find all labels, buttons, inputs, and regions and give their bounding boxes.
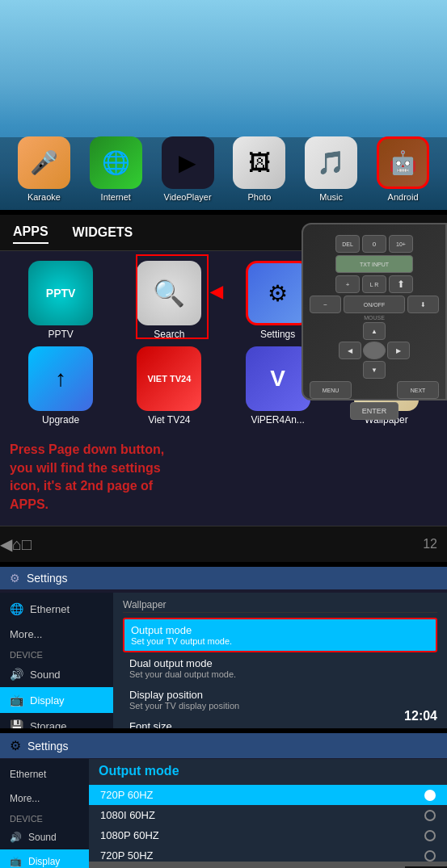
settings-app-icon: ⚙ <box>246 261 310 325</box>
back-icon[interactable]: ◀ <box>0 535 12 554</box>
list-item[interactable]: ↑ Upgrade <box>10 346 112 426</box>
output-title-bar: Output mode <box>89 759 447 783</box>
ethernet-icon: 🌐 <box>10 602 23 615</box>
upgrade-icon: ↑ <box>28 346 93 411</box>
app-label: ViPER4An... <box>251 414 304 426</box>
remote-key-lr: L R <box>362 275 386 293</box>
display-icon: 📺 <box>10 694 23 707</box>
remote-key-next: NEXT <box>397 381 439 399</box>
sidebar-item-storage[interactable]: 💾 Storage <box>0 713 113 728</box>
remote-keys: DEL 0 10+ TXT INPUT + L R ⬆ <box>335 235 413 293</box>
radio-720p-60hz <box>424 790 436 801</box>
option-720p-60hz[interactable]: 720P 60HZ <box>89 785 447 805</box>
remote-dpad-empty4 <box>387 361 410 379</box>
settings-gear-icon2: ⚙ <box>10 738 21 753</box>
remote-key-enter: ENTER <box>350 402 399 420</box>
settings-section: ⚙ Settings 🌐 Ethernet More... DEVICE 🔊 S… <box>0 567 447 728</box>
device-section-label: DEVICE <box>0 647 113 661</box>
remote-key-10: 10+ <box>389 235 413 253</box>
sidebar-label: Storage <box>30 720 67 729</box>
remote-dpad-empty <box>339 322 361 340</box>
sound-icon2: 🔊 <box>10 832 22 843</box>
app-label: VideoPlayer <box>164 192 212 202</box>
remote-key-onoff: ON/OFF <box>344 296 405 313</box>
option-sub: Set your dual output mode. <box>129 669 431 679</box>
remote-dpad-empty2 <box>387 322 410 340</box>
settings-sidebar: 🌐 Ethernet More... DEVICE 🔊 Sound 📺 Disp… <box>0 593 113 728</box>
display-icon2: 📺 <box>10 856 22 867</box>
option-title: Font size <box>129 720 431 728</box>
sidebar-label: More... <box>10 628 42 640</box>
page-number: 12 <box>423 537 447 551</box>
remote-dpad-empty3 <box>339 361 361 379</box>
app-label: Viet TV24 <box>148 414 190 426</box>
list-item[interactable]: VIET TV24 Viet TV24 <box>118 346 220 426</box>
option-1080p-60hz[interactable]: 1080P 60HZ <box>89 825 447 845</box>
sidebar-item-more2[interactable]: More... <box>0 786 89 811</box>
dual-output-option[interactable]: Dual output mode Set your dual output mo… <box>123 652 437 684</box>
settings-title2: Settings <box>27 740 69 753</box>
tab-widgets[interactable]: WIDGETS <box>73 222 133 243</box>
wallpaper-section-title: Wallpaper <box>123 599 437 613</box>
remote-key-empty <box>354 381 394 399</box>
list-item[interactable]: PPTV PPTV <box>10 261 112 340</box>
videoplayer-icon: ▶ <box>162 136 214 189</box>
list-item[interactable]: 🖼 Photo <box>233 136 285 202</box>
remote-dpad-up: ▲ <box>363 322 386 340</box>
app-label: Search <box>154 329 184 340</box>
sidebar-item-sound[interactable]: 🔊 Sound <box>0 661 113 687</box>
list-item[interactable]: 🤖 Android <box>377 136 429 202</box>
remote-control: DEL 0 10+ TXT INPUT + L R ⬆ − ON/OFF ⬇ M… <box>302 223 447 400</box>
display-position-option[interactable]: Display position Set your TV display pos… <box>123 684 437 715</box>
cancel-bar: Cancel <box>89 862 447 868</box>
sidebar-item-more[interactable]: More... <box>0 622 113 647</box>
sound-icon: 🔊 <box>10 668 23 681</box>
list-item[interactable]: ▶ VideoPlayer <box>162 136 214 202</box>
settings-title: Settings <box>27 572 68 585</box>
list-item[interactable]: 🌐 Internet <box>90 136 142 202</box>
clock-display: 12:04 <box>404 709 437 723</box>
list-item[interactable]: 🎤 Karaoke <box>18 136 70 202</box>
android-icon: 🤖 <box>377 136 429 189</box>
tab-apps[interactable]: APPS <box>13 221 48 244</box>
output-main-panel: Output mode 720P 60HZ 1080I 60HZ 1080P 6… <box>89 759 447 868</box>
internet-icon: 🌐 <box>90 136 142 189</box>
option-sub: Set your TV display position <box>129 701 431 711</box>
sidebar-label: Sound <box>30 669 61 681</box>
app-label: Upgrade <box>42 414 79 426</box>
remote-key-plus: + <box>335 275 360 293</box>
list-item[interactable]: 🎵 Music <box>305 136 357 202</box>
music-icon: 🎵 <box>305 136 357 189</box>
viper-icon: V <box>246 346 310 411</box>
app-icons-row: 🎤 Karaoke 🌐 Internet ▶ VideoPlayer 🖼 Pho… <box>0 136 447 202</box>
sidebar-item-display[interactable]: 📺 Display <box>0 687 113 713</box>
option-sub: Set your TV output mode. <box>131 636 429 646</box>
option-1080i-60hz[interactable]: 1080I 60HZ <box>89 805 447 825</box>
instruction-text: Press Page down button, you will find th… <box>10 441 171 514</box>
sidebar-item-ethernet2[interactable]: Ethernet <box>0 762 89 786</box>
home-icon[interactable]: ⌂ <box>12 535 22 554</box>
list-item[interactable]: 🔍 Search <box>118 261 220 340</box>
remote-dpad-down: ▼ <box>363 361 386 379</box>
recent-icon[interactable]: □ <box>22 535 32 554</box>
option-label: 1080P 60HZ <box>100 829 159 841</box>
output-mode-option[interactable]: Output mode Set your TV output mode. <box>123 618 437 652</box>
arrow-indicator: ◀ <box>210 282 222 301</box>
option-title: Dual output mode <box>129 657 431 669</box>
output-mode-title: Output mode <box>99 764 179 778</box>
radio-1080i-60hz <box>424 810 436 821</box>
sidebar-item-sound2[interactable]: 🔊 Sound <box>0 825 89 849</box>
remote-key-vol: ⬆ <box>389 275 413 293</box>
sidebar-item-display2[interactable]: 📺 Display <box>0 849 89 868</box>
remote-key-menu: MENU <box>310 381 352 399</box>
device-label2: DEVICE <box>0 811 89 825</box>
app-label: Music <box>319 192 343 202</box>
font-size-option[interactable]: Font size Huge <box>123 715 437 728</box>
app-label: Photo <box>248 192 272 202</box>
settings-gear-icon: ⚙ <box>10 572 20 585</box>
apps-widgets-section: APPS WIDGETS 🔍 PPTV PPTV 🔍 Search ⚙ Sett… <box>0 215 447 562</box>
output-sidebar: Ethernet More... DEVICE 🔊 Sound 📺 Displa… <box>0 759 89 868</box>
sidebar-item-ethernet[interactable]: 🌐 Ethernet <box>0 596 113 622</box>
sidebar-label: Ethernet <box>30 603 70 615</box>
sidebar-label: Display <box>30 694 65 707</box>
